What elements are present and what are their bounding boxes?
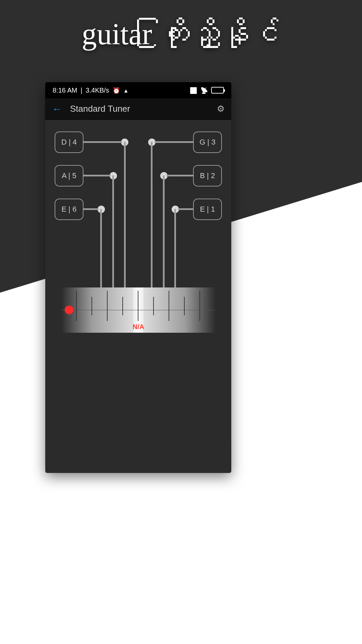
string-button-g3[interactable]: G | 3: [193, 131, 222, 153]
string-button-d4[interactable]: D | 4: [55, 131, 83, 153]
connector-line: [167, 175, 193, 176]
page-heading: guitar ကြိုးညှိနိုင်: [0, 17, 362, 51]
connector-line: [83, 208, 99, 210]
string-button-e1[interactable]: E | 1: [193, 199, 222, 220]
scale-tick: [169, 291, 169, 321]
wifi-icon: [200, 87, 208, 94]
string-button-a5[interactable]: A | 5: [55, 165, 83, 186]
tuning-readout: N/A: [133, 323, 144, 331]
scale-tick: [107, 291, 108, 321]
string-line: [174, 209, 176, 287]
scale-tick: [199, 291, 200, 321]
connector-line: [83, 141, 122, 143]
app-bar: ← Standard Tuner ⚙: [45, 98, 231, 120]
scale-tick: [122, 297, 123, 315]
status-bar: 8:16 AM | 3.4KB/s 100: [45, 82, 231, 98]
warning-icon: [123, 87, 129, 94]
scale-midline: [61, 310, 216, 310]
scale-tick: [184, 297, 185, 315]
connector-line: [155, 141, 193, 143]
phone-screenshot: 8:16 AM | 3.4KB/s 100 ← Standard Tuner ⚙…: [45, 82, 231, 473]
connector-line: [83, 175, 111, 176]
string-button-e6[interactable]: E | 6: [55, 199, 83, 220]
tuning-scale[interactable]: N/A: [61, 287, 216, 333]
connector-line: [178, 208, 193, 210]
string-line: [112, 175, 114, 287]
status-time: 8:16 AM: [53, 87, 77, 94]
string-line: [151, 142, 153, 287]
settings-button[interactable]: ⚙: [217, 104, 225, 114]
string-line: [124, 142, 126, 287]
string-line: [163, 175, 165, 287]
status-separator: |: [80, 87, 82, 94]
signal-icon: [190, 87, 197, 94]
tuning-indicator-dot: [65, 306, 73, 314]
alarm-icon: [113, 87, 120, 94]
status-net-speed: 3.4KB/s: [86, 87, 109, 94]
app-title: Standard Tuner: [70, 104, 217, 114]
string-line: [100, 209, 102, 287]
scale-tick: [76, 291, 77, 321]
scale-tick: [92, 297, 92, 315]
back-button[interactable]: ←: [52, 103, 62, 115]
scale-tick: [153, 297, 154, 315]
tuner-body: D | 4 A | 5 E | 6 G | 3 B | 2 E | 1: [45, 120, 231, 375]
battery-icon: 100: [211, 87, 224, 94]
string-button-b2[interactable]: B | 2: [193, 165, 222, 186]
scale-tick: [138, 291, 138, 321]
